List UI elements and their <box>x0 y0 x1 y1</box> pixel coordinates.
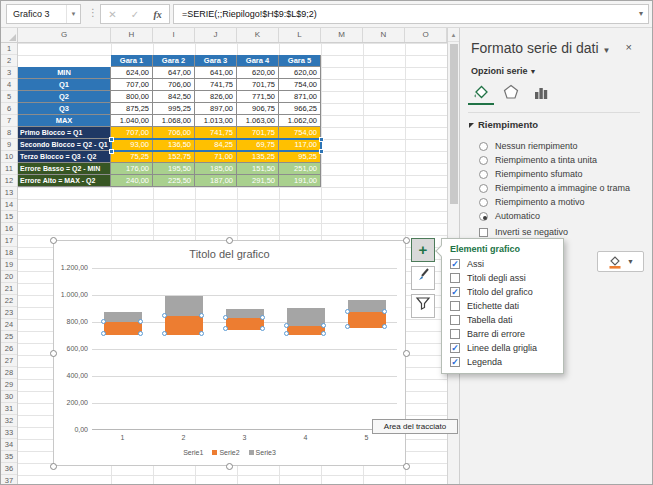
legend-item[interactable]: Serie2 <box>212 449 239 456</box>
row-label[interactable]: Secondo Blocco = Q2 - Q1 <box>18 139 111 151</box>
selection-handle[interactable] <box>319 149 324 154</box>
table-cell[interactable]: 706,00 <box>153 79 195 91</box>
column-header[interactable]: G <box>18 28 111 42</box>
row-number[interactable]: 19 <box>1 259 17 271</box>
table-cell[interactable]: 152,75 <box>153 151 195 163</box>
row-number[interactable]: 20 <box>1 271 17 283</box>
chart-frame-handle[interactable] <box>403 350 410 357</box>
selection-handle[interactable] <box>321 331 326 336</box>
selection-handle[interactable] <box>109 149 114 154</box>
fill-option[interactable]: Automatico <box>479 211 647 225</box>
selection-handle[interactable] <box>382 309 387 314</box>
row-number[interactable]: 37 <box>1 475 17 485</box>
fill-section-header[interactable]: Riempimento <box>469 119 538 130</box>
row-number[interactable]: 2 <box>1 55 17 67</box>
radio-unselected[interactable] <box>479 170 488 179</box>
fill-option[interactable]: Riempimento a immagine o trama <box>479 183 647 197</box>
table-cell[interactable]: 1.062,00 <box>279 115 321 127</box>
chart-frame-handle[interactable] <box>403 237 410 244</box>
name-box-dropdown-icon[interactable]: ▼ <box>66 5 80 23</box>
popup-item[interactable]: Tabella dati <box>450 314 560 328</box>
table-column-header[interactable]: Gara 2 <box>153 55 195 67</box>
row-number[interactable]: 31 <box>1 403 17 415</box>
table-cell[interactable]: 641,00 <box>195 67 237 79</box>
table-column-header[interactable]: Gara 3 <box>195 55 237 67</box>
table-cell[interactable]: 185,00 <box>195 163 237 175</box>
table-cell[interactable]: 707,00 <box>111 79 153 91</box>
tab-fill-line[interactable] <box>468 79 494 105</box>
table-cell[interactable]: 906,75 <box>237 103 279 115</box>
bar-segment-serie2[interactable] <box>104 322 142 335</box>
radio-unselected[interactable] <box>479 198 488 207</box>
table-cell[interactable]: 647,00 <box>153 67 195 79</box>
selection-handle[interactable] <box>101 319 106 324</box>
table-cell[interactable]: 225,50 <box>153 175 195 187</box>
checkbox-unchecked[interactable] <box>450 273 460 283</box>
row-number[interactable]: 5 <box>1 91 17 103</box>
radio-unselected[interactable] <box>479 156 488 165</box>
bar-segment-serie3[interactable] <box>348 300 386 313</box>
row-number[interactable]: 26 <box>1 343 17 355</box>
selection-handle[interactable] <box>223 326 228 331</box>
chart-title[interactable]: Titolo del grafico <box>54 248 405 260</box>
column-header[interactable]: K <box>237 28 279 42</box>
tab-series-options[interactable] <box>528 79 554 105</box>
checkbox-checked[interactable]: ✓ <box>450 259 460 269</box>
bar-segment-serie2[interactable] <box>287 326 325 335</box>
table-cell[interactable]: 826,00 <box>195 91 237 103</box>
row-label[interactable]: Q3 <box>18 103 111 115</box>
selection-handle[interactable] <box>223 315 228 320</box>
chart-filters-button[interactable] <box>411 294 435 318</box>
column-header[interactable]: O <box>405 28 447 42</box>
table-cell[interactable]: 176,00 <box>111 163 153 175</box>
pane-title-dropdown-icon[interactable]: ▼ <box>603 46 611 55</box>
row-number[interactable]: 23 <box>1 307 17 319</box>
selection-handle[interactable] <box>284 331 289 336</box>
selection-handle[interactable] <box>162 313 167 318</box>
bar-segment-serie3[interactable] <box>226 309 264 319</box>
popup-item[interactable]: ✓Legenda <box>450 356 560 370</box>
selection-handle[interactable] <box>382 324 387 329</box>
row-number[interactable]: 34 <box>1 439 17 451</box>
row-number[interactable]: 13 <box>1 187 17 199</box>
table-cell[interactable]: 1.063,00 <box>237 115 279 127</box>
row-number[interactable]: 28 <box>1 367 17 379</box>
row-number[interactable]: 29 <box>1 379 17 391</box>
series-options-label[interactable]: Opzioni serie▼ <box>471 66 536 76</box>
chart-frame-handle[interactable] <box>50 237 57 244</box>
table-cell[interactable]: 995,25 <box>153 103 195 115</box>
checkbox-unchecked[interactable] <box>450 301 460 311</box>
series-options-dropdown-icon[interactable]: ▼ <box>530 68 537 75</box>
column-header[interactable]: L <box>279 28 321 42</box>
checkbox-unchecked[interactable] <box>450 329 460 339</box>
tab-effects[interactable] <box>498 79 524 105</box>
table-cell[interactable]: 875,25 <box>111 103 153 115</box>
selection-handle[interactable] <box>345 324 350 329</box>
row-label[interactable]: Q1 <box>18 79 111 91</box>
table-cell[interactable]: 620,00 <box>279 67 321 79</box>
row-number[interactable]: 22 <box>1 295 17 307</box>
table-cell[interactable]: 291,50 <box>237 175 279 187</box>
popup-item[interactable]: Etichette dati <box>450 300 560 314</box>
chart[interactable]: Titolo del grafico Serie1Serie2Serie3 0,… <box>53 240 406 466</box>
selection-handle[interactable] <box>101 331 106 336</box>
table-column-header[interactable]: Gara 1 <box>111 55 153 67</box>
row-number[interactable]: 35 <box>1 451 17 463</box>
table-cell[interactable]: 187,00 <box>195 175 237 187</box>
table-cell[interactable]: 191,00 <box>279 175 321 187</box>
table-cell[interactable]: 897,00 <box>195 103 237 115</box>
row-number[interactable]: 17 <box>1 235 17 247</box>
bar-segment-serie2[interactable] <box>165 316 203 334</box>
selection-handle[interactable] <box>284 323 289 328</box>
invert-checkbox[interactable] <box>479 228 488 237</box>
column-header[interactable]: H <box>111 28 153 42</box>
table-cell[interactable]: 800,00 <box>111 91 153 103</box>
table-cell[interactable]: 240,00 <box>111 175 153 187</box>
table-cell[interactable]: 135,25 <box>237 151 279 163</box>
chart-frame-handle[interactable] <box>50 350 57 357</box>
column-header[interactable]: I <box>153 28 195 42</box>
popup-item[interactable]: ✓Assi <box>450 258 560 272</box>
selection-handle[interactable] <box>138 319 143 324</box>
table-cell[interactable]: 95,25 <box>279 151 321 163</box>
table-cell[interactable]: 1.040,00 <box>111 115 153 127</box>
